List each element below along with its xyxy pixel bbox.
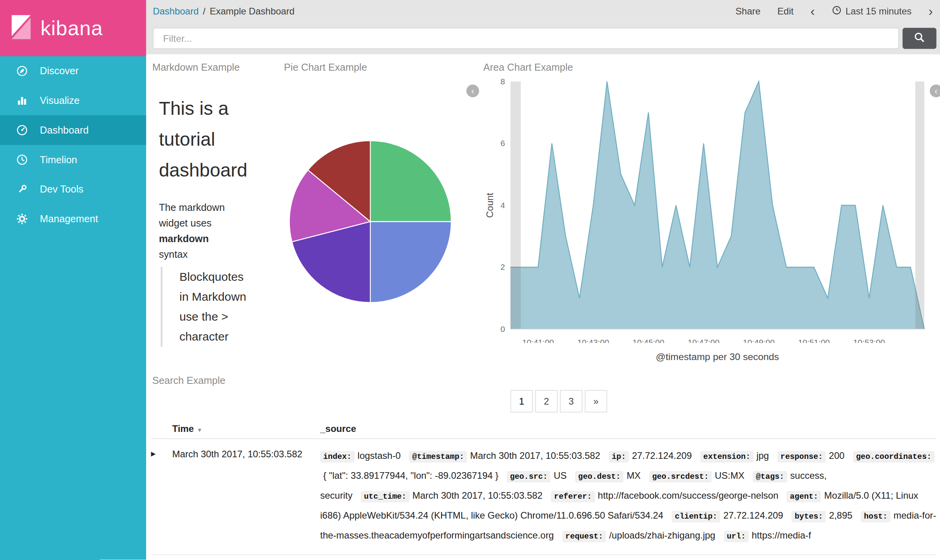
dev-tools-icon xyxy=(16,184,28,195)
field-value: https://media-f xyxy=(752,530,811,540)
field-value: 27.72.124.209 xyxy=(632,451,692,461)
y-tick-label: 6 xyxy=(500,139,505,148)
area-chart-y-axis-title: Count xyxy=(484,193,495,218)
y-tick-label: 4 xyxy=(500,201,505,210)
kibana-logo[interactable]: kibana xyxy=(0,0,146,56)
breadcrumb: Dashboard / Example Dashboard xyxy=(153,6,295,17)
pie-panel-title: Pie Chart Example xyxy=(284,62,367,73)
x-tick-label: 10:45:00 xyxy=(633,338,664,343)
field-key: extension: xyxy=(700,451,753,462)
edit-button[interactable]: Edit xyxy=(777,6,793,17)
x-tick-label: 10:49:00 xyxy=(743,338,775,343)
sidebar-item-label: Visualize xyxy=(40,95,80,106)
search-icon xyxy=(913,31,926,45)
field-key: host: xyxy=(861,511,891,522)
sidebar-item-dashboard[interactable]: Dashboard xyxy=(0,115,146,145)
field-key: bytes: xyxy=(792,511,826,522)
search-button[interactable] xyxy=(902,28,936,49)
field-key: utc_time: xyxy=(361,491,409,502)
sidebar-item-label: Management xyxy=(40,213,98,225)
x-tick-label: 10:47:00 xyxy=(688,338,719,343)
source-column-header: _source xyxy=(320,423,936,434)
time-range-label: Last 15 minutes xyxy=(845,6,911,17)
endzone-left xyxy=(511,82,521,329)
search-panel-title: Search Example xyxy=(152,375,225,386)
field-value: 200 xyxy=(829,451,845,461)
markdown-heading: This is a tutorial dashboard xyxy=(159,93,290,185)
sidebar-item-visualize[interactable]: Visualize xyxy=(0,86,146,116)
kibana-app: kibana DiscoverVisualizeDashboardTimelio… xyxy=(0,0,940,560)
expand-row-icon[interactable]: ▶ xyxy=(151,446,172,457)
sidebar-item-timelion[interactable]: Timelion xyxy=(0,145,146,175)
field-value: 27.72.124.209 xyxy=(723,510,783,521)
table-row: ▶March 30th 2017, 10:55:03.582index:logs… xyxy=(151,439,936,555)
brand-name: kibana xyxy=(41,16,103,40)
field-key: request: xyxy=(562,531,606,542)
field-value: /uploads/zhai-zhigang.jpg xyxy=(609,530,715,540)
markdown-paragraph: The markdown widget uses markdown syntax xyxy=(159,199,240,262)
topbar-actions: Share Edit ‹ Last 15 minutes › xyxy=(736,5,933,17)
filter-bar xyxy=(146,22,940,54)
share-button[interactable]: Share xyxy=(736,6,761,17)
page-button-3[interactable]: 3 xyxy=(560,390,582,412)
field-key: @timestamp: xyxy=(409,451,467,462)
field-key: response: xyxy=(777,451,826,462)
area-series-fill[interactable] xyxy=(511,82,924,329)
pie-chart xyxy=(289,140,452,303)
y-tick-label: 2 xyxy=(500,262,505,271)
filter-input[interactable] xyxy=(153,28,899,49)
y-tick-label: 0 xyxy=(500,325,505,334)
sidebar-item-label: Dev Tools xyxy=(40,184,84,195)
x-tick-label: 10:41:00 xyxy=(522,338,554,343)
sidebar-item-label: Dashboard xyxy=(40,125,89,136)
discover-icon xyxy=(16,65,28,77)
sidebar-item-label: Timelion xyxy=(40,154,77,165)
visualize-icon xyxy=(16,95,28,106)
field-key: referer: xyxy=(551,491,595,502)
dashboard-icon xyxy=(16,125,28,136)
pie-slice-green[interactable] xyxy=(370,141,451,221)
sidebar-item-dev-tools[interactable]: Dev Tools xyxy=(0,175,146,204)
field-value: MX xyxy=(627,471,641,481)
field-key: geo.src: xyxy=(507,471,550,482)
time-column-header[interactable]: Time▼ xyxy=(172,423,320,434)
page-button-2[interactable]: 2 xyxy=(535,390,558,412)
pie-slice-blue[interactable] xyxy=(370,221,451,302)
doc-table-body: ▶March 30th 2017, 10:55:03.582index:logs… xyxy=(151,439,936,560)
timelion-icon xyxy=(16,154,28,165)
row-source: index:logstash-0@timestamp:March 30th 20… xyxy=(320,446,936,546)
sidebar-item-discover[interactable]: Discover xyxy=(0,56,146,86)
top-nav-bar: Dashboard / Example Dashboard Share Edit… xyxy=(146,0,940,22)
pagination: 123» xyxy=(511,390,607,412)
sort-caret-icon[interactable]: ▼ xyxy=(197,427,202,433)
field-key: clientip: xyxy=(672,511,720,522)
sidebar: kibana DiscoverVisualizeDashboardTimelio… xyxy=(0,0,146,560)
collapse-panel-icon[interactable]: ‹ xyxy=(466,84,479,97)
field-key: agent: xyxy=(787,491,821,502)
field-key: geo.coordinates: xyxy=(853,451,934,462)
area-chart-x-axis-title: @timestamp per 30 seconds xyxy=(511,351,924,362)
markdown-panel-title: Markdown Example xyxy=(152,62,240,73)
time-picker-button[interactable]: Last 15 minutes xyxy=(832,5,912,17)
breadcrumb-dashboard-link[interactable]: Dashboard xyxy=(153,6,198,17)
sidebar-item-management[interactable]: Management xyxy=(0,204,146,234)
field-key: geo.srcdest: xyxy=(649,471,711,482)
x-tick-label: 10:53:00 xyxy=(853,338,885,343)
field-key: index: xyxy=(320,451,355,462)
field-value: US xyxy=(554,471,567,481)
field-key: ip: xyxy=(609,451,629,462)
sidebar-item-label: Discover xyxy=(40,65,79,77)
field-key: @tags: xyxy=(753,471,787,482)
time-forward-icon[interactable]: › xyxy=(929,5,933,17)
field-value: http://facebook.com/success/george-nelso… xyxy=(598,490,778,501)
field-value: US:MX xyxy=(715,471,744,481)
breadcrumb-separator: / xyxy=(203,6,206,17)
sidebar-nav: DiscoverVisualizeDashboardTimelionDev To… xyxy=(0,56,146,234)
row-time: March 30th 2017, 10:55:03.582 xyxy=(172,446,320,460)
field-value: logstash-0 xyxy=(357,451,401,461)
page-button-»[interactable]: » xyxy=(585,390,607,412)
x-tick-label: 10:51:00 xyxy=(798,338,830,343)
page-button-1[interactable]: 1 xyxy=(511,390,533,412)
time-back-icon[interactable]: ‹ xyxy=(810,5,815,17)
kibana-logo-icon xyxy=(7,13,35,43)
